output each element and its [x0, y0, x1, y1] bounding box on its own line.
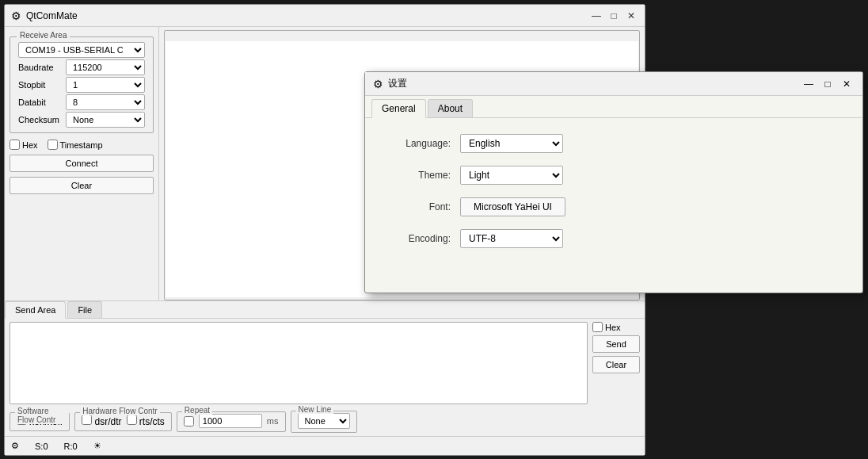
dialog-body: Language: English Chinese Theme: Light D…	[365, 118, 862, 293]
databit-label: Databit	[18, 98, 66, 107]
tab-send-area[interactable]: Send Area	[5, 301, 66, 319]
tab-about[interactable]: About	[428, 99, 473, 117]
hardware-flow-label: Hardware Flow Contr	[80, 407, 159, 415]
dialog-title: 设置	[388, 77, 407, 90]
repeat-group: Repeat ms	[177, 411, 286, 432]
repeat-checkbox[interactable]	[184, 416, 194, 426]
font-row: Font: Microsoft YaHei UI	[389, 197, 839, 216]
stopbit-select[interactable]: 1	[66, 77, 145, 93]
s-status: S:0	[35, 442, 48, 451]
send-textarea[interactable]	[10, 322, 588, 404]
receive-area-legend: Receive Area	[17, 31, 70, 40]
dsr-dtr-checkbox[interactable]	[82, 415, 92, 425]
databit-row: Databit 8	[18, 94, 145, 110]
repeat-label: Repeat	[182, 406, 212, 415]
font-label: Font:	[389, 201, 460, 212]
language-label: Language:	[389, 138, 460, 149]
minimize-button[interactable]: —	[589, 9, 603, 23]
rts-cts-label[interactable]: rts/cts	[127, 415, 165, 427]
port-select[interactable]: COM19 - USB-SERIAL C	[18, 42, 145, 58]
encoding-row: Encoding: UTF-8 GBK ASCII	[389, 229, 839, 248]
encoding-label: Encoding:	[389, 233, 460, 244]
stopbit-row: Stopbit 1	[18, 77, 145, 93]
send-hex-checkbox[interactable]	[592, 322, 603, 332]
send-buttons: Hex Send Clear	[592, 322, 640, 404]
theme-select[interactable]: Light Dark	[460, 166, 563, 185]
hex-checkbox-label[interactable]: Hex	[10, 140, 38, 150]
hardware-flow-group: Hardware Flow Contr dsr/dtr rts/cts	[74, 412, 172, 431]
encoding-select[interactable]: UTF-8 GBK ASCII	[460, 229, 563, 248]
newline-group: New Line None CR LF CR+LF	[291, 411, 357, 433]
r-status: R:0	[64, 442, 78, 451]
repeat-input[interactable]	[199, 414, 262, 428]
send-clear-button[interactable]: Clear	[592, 356, 640, 373]
newline-label: New Line	[296, 405, 334, 414]
checksum-select[interactable]: None	[66, 112, 145, 128]
theme-row: Theme: Light Dark	[389, 166, 839, 185]
title-bar-left: ⚙ QtComMate	[11, 10, 78, 22]
receive-clear-button[interactable]: Clear	[10, 177, 154, 194]
tab-file[interactable]: File	[67, 301, 102, 318]
theme-icon[interactable]: ☀	[93, 441, 101, 451]
rts-cts-checkbox[interactable]	[127, 415, 137, 425]
bottom-options: Software Flow Contr xon/xoff Hardware Fl…	[5, 407, 645, 436]
ms-label: ms	[267, 416, 279, 426]
port-row: COM19 - USB-SERIAL C	[18, 42, 145, 58]
send-tabs-row: Send Area File	[5, 301, 645, 319]
hex-checkbox[interactable]	[10, 140, 20, 150]
dialog-minimize-button[interactable]: —	[801, 76, 817, 92]
send-button[interactable]: Send	[592, 335, 640, 353]
baudrate-select[interactable]: 115200	[66, 59, 145, 75]
left-panel: Receive Area COM19 - USB-SERIAL C Baudra…	[5, 27, 159, 300]
checksum-row: Checksum None	[18, 112, 145, 128]
timestamp-checkbox-label[interactable]: Timestamp	[48, 140, 103, 150]
timestamp-checkbox[interactable]	[48, 140, 58, 150]
font-button[interactable]: Microsoft YaHei UI	[460, 197, 565, 216]
checkbox-row: Hex Timestamp	[10, 140, 154, 150]
baudrate-row: Baudrate 115200	[18, 59, 145, 75]
dialog-title-left: ⚙ 设置	[373, 77, 407, 90]
databit-select[interactable]: 8	[66, 94, 145, 110]
dialog-title-bar: ⚙ 设置 — □ ✕	[365, 72, 862, 96]
main-title-bar: ⚙ QtComMate — □ ✕	[5, 5, 645, 27]
connect-button[interactable]: Connect	[10, 155, 154, 172]
software-flow-group: Software Flow Contr xon/xoff	[10, 412, 70, 431]
maximize-button[interactable]: □	[607, 9, 621, 23]
settings-icon[interactable]: ⚙	[11, 441, 19, 451]
theme-label: Theme:	[389, 170, 460, 181]
send-hex-row: Hex	[592, 322, 640, 332]
dialog-maximize-button[interactable]: □	[820, 76, 836, 92]
dialog-close-button[interactable]: ✕	[839, 76, 855, 92]
stopbit-label: Stopbit	[18, 80, 66, 90]
title-bar-controls: — □ ✕	[589, 9, 638, 23]
bottom-panel: Send Area File Hex Send Clear Software F…	[5, 300, 645, 455]
newline-select[interactable]: None CR LF CR+LF	[298, 413, 350, 429]
status-bar: ⚙ S:0 R:0 ☀	[5, 436, 645, 455]
dsr-dtr-label[interactable]: dsr/dtr	[82, 415, 121, 427]
receive-area-group: Receive Area COM19 - USB-SERIAL C Baudra…	[10, 36, 154, 133]
software-flow-label: Software Flow Contr	[15, 407, 69, 424]
close-button[interactable]: ✕	[624, 9, 638, 23]
dialog-controls: — □ ✕	[801, 76, 855, 92]
dialog-tabs: General About	[365, 96, 862, 118]
language-select[interactable]: English Chinese	[460, 134, 563, 153]
send-area-content: Hex Send Clear	[5, 319, 645, 407]
settings-dialog: ⚙ 设置 — □ ✕ General About Language: Engli…	[364, 71, 863, 293]
tab-general[interactable]: General	[371, 99, 426, 118]
baudrate-label: Baudrate	[18, 63, 66, 72]
language-row: Language: English Chinese	[389, 134, 839, 153]
app-title: QtComMate	[26, 10, 78, 21]
checksum-label: Checksum	[18, 115, 66, 124]
app-icon: ⚙	[11, 10, 21, 22]
send-hex-label: Hex	[605, 323, 621, 332]
dialog-icon: ⚙	[373, 78, 383, 90]
